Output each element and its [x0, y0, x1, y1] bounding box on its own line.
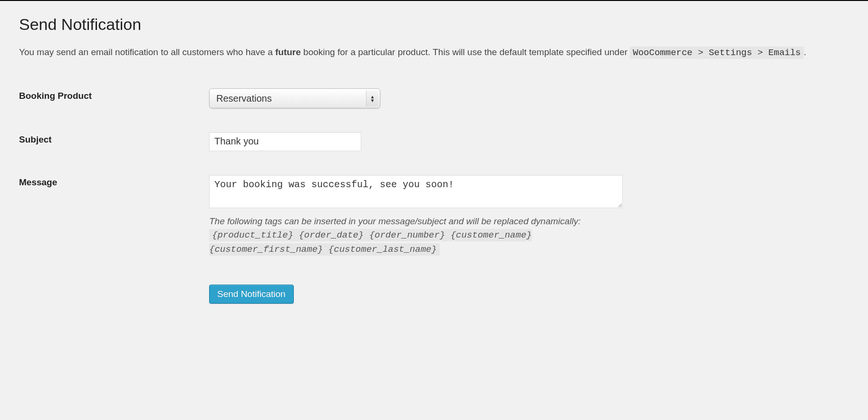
booking-product-select[interactable]: Reservations [209, 88, 380, 108]
help-intro: The following tags can be inserted in yo… [209, 216, 581, 226]
booking-product-label: Booking Product [19, 84, 209, 127]
message-help: The following tags can be inserted in yo… [209, 215, 637, 257]
message-label: Message [19, 170, 209, 276]
description-code: WooCommerce > Settings > Emails [630, 47, 803, 59]
subject-input[interactable] [209, 132, 361, 151]
page-description: You may send an email notification to al… [19, 46, 827, 60]
help-tags-code: {product_title} {order_date} {order_numb… [209, 229, 532, 256]
notification-form: Booking Product Reservations ▲▼ Subject … [19, 84, 849, 323]
subject-label: Subject [19, 127, 209, 170]
booking-product-select-wrap: Reservations ▲▼ [209, 88, 380, 108]
description-bold: future [275, 47, 301, 57]
message-textarea[interactable]: Your booking was successful, see you soo… [209, 175, 623, 208]
description-text-end: . [804, 47, 806, 57]
description-text: You may send an email notification to al… [19, 47, 275, 57]
page-title: Send Notification [19, 15, 849, 34]
page-wrap: Send Notification You may send an email … [0, 0, 868, 337]
description-text-mid: booking for a particular product. This w… [301, 47, 630, 57]
send-notification-button[interactable]: Send Notification [209, 285, 294, 304]
